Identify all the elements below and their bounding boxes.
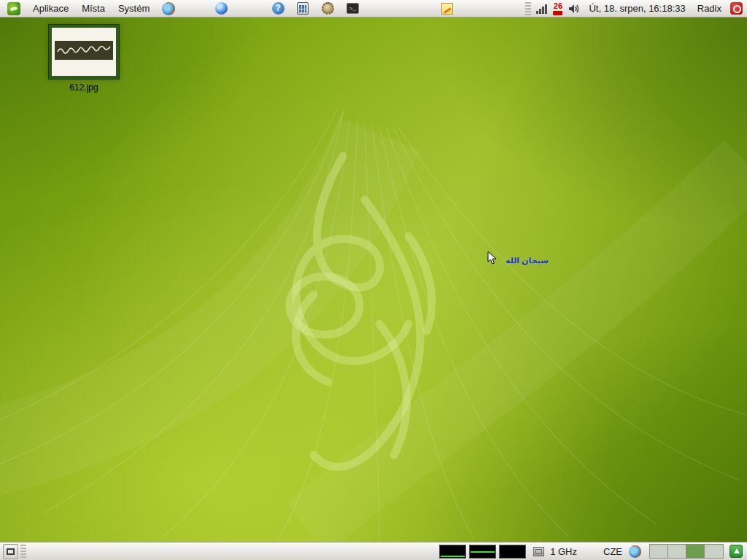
launcher-firefox[interactable]	[161, 1, 176, 16]
launcher-notes[interactable]	[440, 1, 454, 16]
distro-menu-button[interactable]	[7, 1, 21, 16]
terminal-icon: >_	[347, 3, 359, 14]
image-thumbnail	[48, 24, 120, 79]
desktop-wallpaper[interactable]	[0, 18, 747, 542]
launcher-terminal[interactable]: >_	[345, 1, 360, 16]
notes-icon	[441, 3, 453, 15]
system-monitor-network[interactable]	[499, 545, 526, 559]
workspace-switcher[interactable]	[649, 544, 724, 559]
volume-applet[interactable]	[567, 1, 581, 16]
desktop-window-icon	[7, 548, 15, 555]
cpu-frequency-applet[interactable]: 1 GHz	[547, 546, 580, 557]
cpu-graph-line	[441, 556, 465, 557]
user-switcher-applet[interactable]: Radix	[692, 3, 727, 14]
wallpaper-swirl-art	[0, 18, 747, 542]
workspace-4[interactable]	[705, 545, 723, 558]
workspace-3-active[interactable]	[686, 545, 705, 558]
memory-graph-line	[471, 551, 495, 553]
desktop-file-icon[interactable]: 612.jpg	[45, 24, 123, 93]
tray-updater-icon[interactable]	[729, 545, 743, 558]
clock-applet[interactable]: Út, 18. srpen, 16:18:33	[583, 3, 691, 14]
system-monitor-cpu[interactable]	[439, 545, 466, 559]
menu-system[interactable]: Systém	[112, 0, 156, 18]
sensor-bar-icon	[553, 11, 562, 15]
top-panel: Aplikace Místa Systém ? >_ 26 Út,	[0, 0, 747, 18]
launcher-help[interactable]: ?	[271, 1, 285, 16]
control-center-icon	[322, 2, 334, 15]
show-desktop-button[interactable]	[3, 544, 18, 559]
firefox-icon	[162, 2, 175, 15]
mouse-cursor	[487, 251, 498, 268]
workspace-1[interactable]	[650, 545, 668, 558]
bottom-panel: 1 GHz CZE	[0, 542, 747, 560]
keyboard-layout-indicator[interactable]: CZE	[600, 546, 625, 557]
window-list-handle[interactable]	[20, 545, 26, 558]
system-monitor-memory[interactable]	[469, 545, 496, 559]
network-signal-icon[interactable]	[536, 4, 547, 14]
menu-places[interactable]: Místa	[75, 0, 112, 18]
cpu-chip-icon	[533, 547, 544, 556]
floating-caption-text: سبحان الله	[506, 256, 549, 265]
logout-button[interactable]	[730, 2, 743, 15]
menu-applications[interactable]: Aplikace	[26, 0, 75, 18]
tray-firefox-icon[interactable]	[629, 545, 641, 558]
speaker-icon	[568, 4, 580, 14]
globe-icon	[215, 2, 228, 15]
applet-drag-handle[interactable]	[525, 2, 531, 15]
desktop-screen: Aplikace Místa Systém ? >_ 26 Út,	[0, 0, 747, 560]
launcher-control-center[interactable]	[320, 1, 335, 16]
thumbnail-calligraphy-band	[55, 41, 113, 60]
calculator-icon	[297, 2, 309, 15]
distro-logo-icon	[7, 2, 20, 15]
workspace-2[interactable]	[668, 545, 686, 558]
launcher-calculator[interactable]	[295, 1, 310, 16]
desktop-file-label: 612.jpg	[45, 82, 123, 93]
sensor-applet[interactable]: 26	[553, 2, 562, 15]
launcher-web-globe[interactable]	[214, 1, 228, 16]
help-icon: ?	[272, 2, 285, 15]
sensor-value: 26	[554, 2, 562, 10]
